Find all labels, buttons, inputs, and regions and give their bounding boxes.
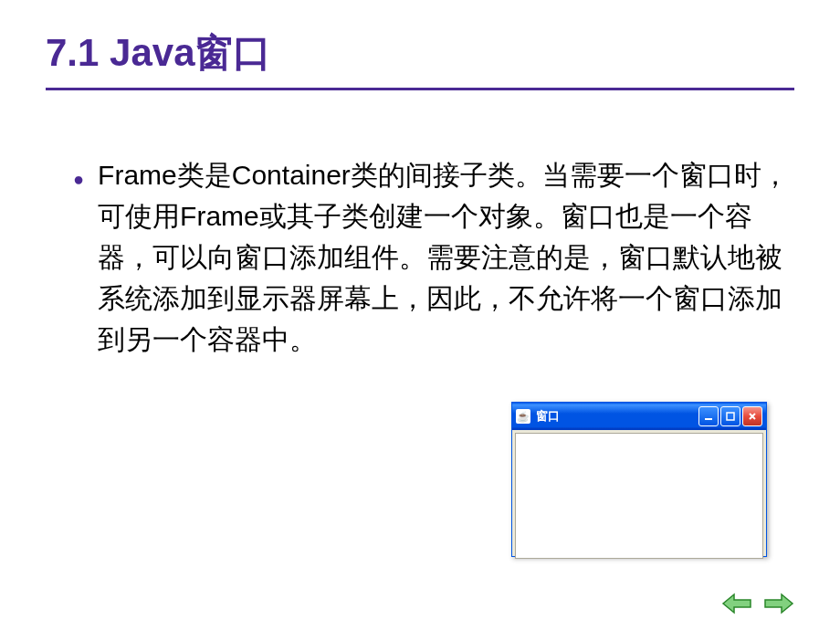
java-window-example: ☕ 窗口 [511, 402, 767, 557]
window-body [515, 433, 763, 559]
heading-underline [46, 88, 794, 90]
window-controls [698, 406, 762, 426]
slide-heading: 7.1 Java窗口 [46, 27, 794, 79]
bullet-marker: ● [73, 165, 84, 193]
window-title: 窗口 [536, 408, 698, 425]
java-icon: ☕ [516, 409, 530, 424]
window-titlebar: ☕ 窗口 [512, 403, 766, 430]
svg-rect-0 [705, 418, 712, 420]
close-button[interactable] [742, 406, 762, 426]
slide-content: ● Frame类是Container类的间接子类。当需要一个窗口时，可使用Fra… [46, 154, 794, 360]
next-button[interactable] [761, 591, 794, 616]
maximize-button[interactable] [720, 406, 740, 426]
bullet-text: Frame类是Container类的间接子类。当需要一个窗口时，可使用Frame… [98, 154, 794, 360]
slide-container: 7.1 Java窗口 ● Frame类是Container类的间接子类。当需要一… [0, 0, 840, 630]
minimize-button[interactable] [698, 406, 719, 426]
navigation-buttons [721, 591, 794, 616]
bullet-item: ● Frame类是Container类的间接子类。当需要一个窗口时，可使用Fra… [73, 154, 794, 360]
svg-rect-1 [727, 413, 734, 420]
prev-button[interactable] [721, 591, 754, 616]
